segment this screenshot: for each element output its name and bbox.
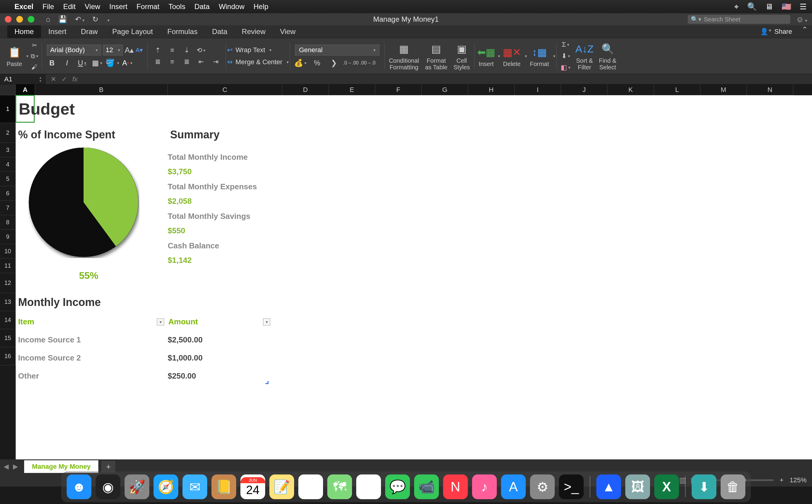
dock-launchpad-icon[interactable]: 🚀	[125, 474, 149, 499]
fill-color-button[interactable]: 🪣▾	[107, 58, 117, 68]
col-header-J[interactable]: J	[561, 84, 608, 95]
row-header-10[interactable]: 10	[0, 244, 16, 259]
col-header-N[interactable]: N	[747, 84, 793, 95]
spotlight-icon[interactable]: 🔍	[747, 2, 757, 11]
table-resize-handle[interactable]	[265, 381, 268, 384]
col-header-H[interactable]: H	[468, 84, 515, 95]
row-header-13[interactable]: 13	[0, 293, 16, 311]
merge-center-button[interactable]: ⇔Merge & Center▾	[227, 58, 289, 66]
col-header-E[interactable]: E	[329, 84, 375, 95]
name-box[interactable]: A1▲▼	[0, 74, 46, 84]
share-button[interactable]: 👤⁺Share	[755, 25, 798, 38]
percent-icon[interactable]: %	[312, 58, 322, 68]
row-header-7[interactable]: 7	[0, 201, 16, 215]
dock-safari-icon[interactable]: 🧭	[153, 474, 178, 499]
row-header-5[interactable]: 5	[0, 172, 16, 186]
menu-edit[interactable]: Edit	[63, 2, 75, 11]
dock-news-icon[interactable]: N	[443, 474, 468, 499]
format-cells-button[interactable]: ↕▦Format	[527, 38, 552, 74]
dock-siri-icon[interactable]: ◉	[96, 474, 120, 499]
format-as-table-button[interactable]: ▤Format as Table	[422, 38, 450, 74]
row-header-12[interactable]: 12	[0, 273, 16, 293]
cut-icon[interactable]: ✂	[30, 41, 39, 49]
home-icon[interactable]: ⌂	[46, 15, 50, 24]
close-button[interactable]	[5, 16, 11, 23]
enter-formula-icon[interactable]: ✓	[62, 75, 67, 83]
row-header-15[interactable]: 15	[0, 329, 16, 347]
sheet-canvas[interactable]: Budget % of Income Spent Summary	[16, 95, 812, 459]
decrease-decimal-icon[interactable]: .00→.0	[362, 58, 373, 68]
dock-photos-icon[interactable]: ✿	[356, 474, 381, 499]
col-header-K[interactable]: K	[608, 84, 654, 95]
col-header-C[interactable]: C	[168, 84, 282, 95]
align-center-icon[interactable]: ≡	[167, 58, 177, 66]
paste-dropdown[interactable]: ▾	[26, 54, 28, 58]
feedback-icon[interactable]: ☺▾	[796, 15, 807, 24]
menu-view[interactable]: View	[85, 2, 100, 11]
display-icon[interactable]: 🖥	[765, 2, 773, 11]
dock-finder-icon[interactable]: ☻	[67, 474, 91, 499]
row-header-11[interactable]: 11	[0, 259, 16, 273]
dock-excel-icon[interactable]: X	[654, 474, 679, 499]
cancel-formula-icon[interactable]: ✕	[51, 75, 56, 83]
menu-tools[interactable]: Tools	[168, 2, 185, 11]
redo-icon[interactable]: ↻	[92, 15, 98, 24]
collapse-ribbon-button[interactable]: ⌃	[798, 25, 812, 38]
align-bottom-icon[interactable]: ⇣	[182, 46, 192, 55]
number-format-select[interactable]: General▾	[295, 45, 379, 55]
tab-prev-icon[interactable]: ◀	[4, 463, 9, 471]
flag-us-icon[interactable]: 🇺🇸	[782, 2, 791, 11]
font-color-button[interactable]: A▾	[122, 58, 132, 68]
row-header-1[interactable]: 1	[0, 95, 16, 123]
decrease-indent-icon[interactable]: ⇤	[196, 58, 206, 66]
zoom-in-button[interactable]: +	[780, 476, 784, 484]
col-header-D[interactable]: D	[282, 84, 329, 95]
paste-button[interactable]: 📋 Paste	[4, 38, 25, 74]
align-middle-icon[interactable]: ≡	[167, 46, 177, 55]
col-header-I[interactable]: I	[515, 84, 561, 95]
dock-downloads-icon[interactable]: ⬇	[692, 474, 716, 499]
dock-messages-icon[interactable]: 💬	[385, 474, 410, 499]
add-sheet-button[interactable]: +	[101, 461, 115, 472]
format-painter-icon[interactable]: 🖌	[30, 63, 39, 71]
qat-more-icon[interactable]: ▾	[106, 15, 109, 24]
row-header-6[interactable]: 6	[0, 186, 16, 201]
row-header-9[interactable]: 9	[0, 230, 16, 244]
col-header-B[interactable]: B	[35, 84, 168, 95]
sheet-tab-active[interactable]: Manage My Money	[24, 460, 98, 473]
conditional-formatting-button[interactable]: ▦Conditional Formatting	[386, 38, 422, 74]
save-icon[interactable]: 💾	[58, 15, 67, 24]
dock-notes-icon[interactable]: 📝	[269, 474, 294, 499]
row-header-14[interactable]: 14	[0, 311, 16, 329]
dock-affinity-icon[interactable]: ▲	[596, 474, 621, 499]
border-button[interactable]: ▦▾	[92, 58, 102, 68]
bold-button[interactable]: B	[47, 58, 57, 68]
tab-next-icon[interactable]: ▶	[13, 463, 18, 471]
sort-filter-button[interactable]: A↓ZSort & Filter	[573, 38, 596, 74]
col-header-M[interactable]: M	[700, 84, 747, 95]
dock-facetime-icon[interactable]: 📹	[414, 474, 439, 499]
orientation-icon[interactable]: ⟲▾	[196, 46, 206, 55]
copy-icon[interactable]: ⧉▾	[30, 52, 39, 60]
tab-view[interactable]: View	[273, 25, 303, 38]
row-header-3[interactable]: 3	[0, 143, 16, 157]
menu-insert[interactable]: Insert	[109, 2, 127, 11]
italic-button[interactable]: I	[62, 58, 72, 68]
control-center-icon[interactable]: ☰	[800, 2, 807, 11]
zoom-level[interactable]: 125%	[790, 476, 807, 484]
filter-amount-button[interactable]: ▾	[263, 318, 270, 326]
row-header-4[interactable]: 4	[0, 157, 16, 172]
tab-page-layout[interactable]: Page Layout	[105, 25, 160, 38]
insert-cells-button[interactable]: ⬅▦Insert	[476, 38, 497, 74]
tab-home[interactable]: Home	[7, 25, 41, 38]
wrap-text-button[interactable]: ↩Wrap Text▾	[227, 46, 289, 54]
fx-icon[interactable]: fx	[72, 75, 77, 83]
dock-mail-icon[interactable]: ✉	[182, 474, 207, 499]
col-header-L[interactable]: L	[654, 84, 700, 95]
tab-draw[interactable]: Draw	[74, 25, 105, 38]
select-all-corner[interactable]	[0, 84, 16, 95]
menu-window[interactable]: Window	[219, 2, 244, 11]
tab-insert[interactable]: Insert	[41, 25, 74, 38]
fill-icon[interactable]: ⬇▾	[561, 52, 571, 60]
align-top-icon[interactable]: ⇡	[153, 46, 163, 55]
